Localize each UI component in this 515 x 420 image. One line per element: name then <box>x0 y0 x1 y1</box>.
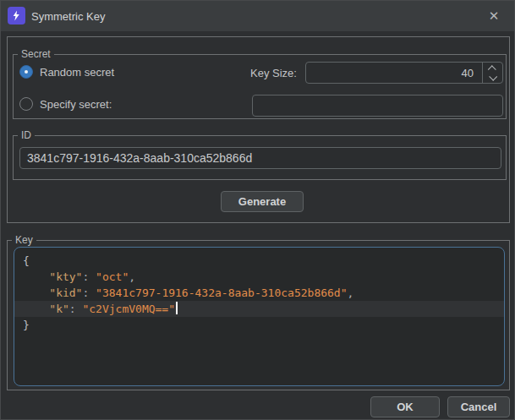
key-json-editor[interactable]: { "kty": "oct", "kid": "3841c797-1916-43… <box>14 247 505 386</box>
random-secret-radio[interactable] <box>19 65 33 79</box>
specify-secret-label: Specify secret: <box>40 98 112 111</box>
ok-button[interactable]: OK <box>370 396 440 417</box>
random-secret-radio-row[interactable]: Random secret <box>19 65 114 79</box>
close-icon[interactable]: ✕ <box>484 1 504 31</box>
key-groupbox: Key { "kty": "oct", "kid": "3841c797-191… <box>7 240 510 390</box>
key-size-value[interactable]: 40 <box>306 63 482 83</box>
random-secret-label: Random secret <box>40 66 114 79</box>
key-size-stepper[interactable]: 40 <box>305 62 503 84</box>
secret-groupbox: Secret Random secret Key Size: 40 Specif… <box>13 54 507 119</box>
chevron-down-icon[interactable] <box>489 72 497 80</box>
specify-secret-radio-row[interactable]: Specify secret: <box>19 97 112 111</box>
json-editor-lines: { "kty": "oct", "kid": "3841c797-1916-43… <box>14 253 504 333</box>
code-line[interactable]: "k": "c2VjcmV0MQ==" <box>14 301 504 317</box>
lightning-app-icon <box>8 7 25 25</box>
id-input[interactable]: 3841c797-1916-432a-8aab-310ca52b866d <box>19 147 501 169</box>
key-group-label: Key <box>12 234 36 246</box>
chevron-up-icon[interactable] <box>488 65 496 74</box>
code-line[interactable]: "kid": "3841c797-1916-432a-8aab-310ca52b… <box>14 285 504 301</box>
secret-group-label: Secret <box>18 48 54 60</box>
symmetric-key-dialog: Symmetric Key ✕ Secret Random secret Key… <box>0 0 515 420</box>
code-line[interactable]: "kty": "oct", <box>14 269 504 285</box>
id-group-label: ID <box>18 129 35 141</box>
key-size-label: Key Size: <box>250 67 297 79</box>
window-title: Symmetric Key <box>31 1 105 31</box>
generate-button[interactable]: Generate <box>221 191 304 212</box>
code-line[interactable]: { <box>14 253 504 269</box>
cancel-button[interactable]: Cancel <box>447 396 510 417</box>
titlebar[interactable]: Symmetric Key ✕ <box>1 1 514 31</box>
text-caret <box>176 302 178 314</box>
specify-secret-input[interactable] <box>252 95 503 117</box>
specify-secret-radio[interactable] <box>19 97 33 111</box>
key-size-spin-buttons[interactable] <box>482 63 502 83</box>
id-groupbox: ID 3841c797-1916-432a-8aab-310ca52b866d <box>13 135 507 180</box>
code-line[interactable]: } <box>14 317 504 333</box>
generation-panel: Secret Random secret Key Size: 40 Specif… <box>7 36 510 223</box>
